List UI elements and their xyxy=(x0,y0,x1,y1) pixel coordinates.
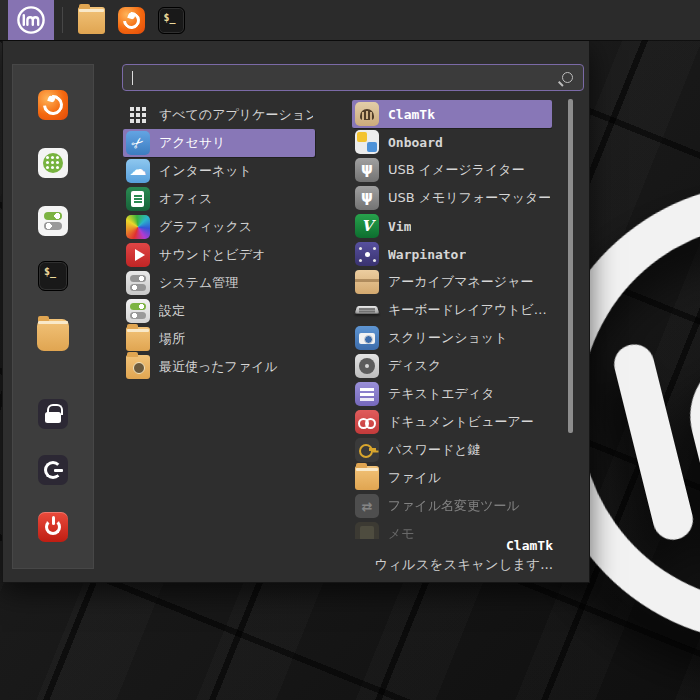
docviewer-icon xyxy=(355,410,379,434)
toggles-green-icon xyxy=(126,299,150,323)
sidebar-item-settings[interactable] xyxy=(38,206,68,240)
search-box[interactable] xyxy=(122,64,584,91)
selected-app-title: ClamTk xyxy=(374,538,553,553)
folder-icon xyxy=(126,327,150,351)
app-archive-manager[interactable]: アーカイブマネージャー xyxy=(352,268,552,296)
mint-menu-window: すべてのアプリケーション アクセサリ インターネット オフィス グラフィックス … xyxy=(2,40,590,583)
category-internet[interactable]: インターネット xyxy=(123,157,315,185)
logout-icon xyxy=(38,455,68,485)
category-sound-video[interactable]: サウンドとビデオ xyxy=(123,241,315,269)
sidebar-item-software-manager[interactable] xyxy=(38,148,68,182)
category-all-applications[interactable]: すべてのアプリケーション xyxy=(123,101,315,129)
renamer-icon xyxy=(355,494,379,518)
app-clamtk[interactable]: ClamTk xyxy=(352,100,552,128)
text-editor-icon xyxy=(355,382,379,406)
category-recent-files[interactable]: 最近使ったファイル xyxy=(123,353,315,381)
app-onboard[interactable]: Onboard xyxy=(352,128,552,156)
app-notes[interactable]: メモ xyxy=(352,520,552,539)
onboard-icon xyxy=(355,130,379,154)
sidebar-item-logout[interactable] xyxy=(38,455,68,489)
category-preferences[interactable]: 設定 xyxy=(123,297,315,325)
apps-grid-icon xyxy=(126,103,150,127)
play-icon xyxy=(126,243,150,267)
folder-icon xyxy=(78,7,105,34)
archive-icon xyxy=(355,270,379,294)
clamtk-icon xyxy=(355,102,379,126)
app-text-editor[interactable]: テキストエディタ xyxy=(352,380,552,408)
keyboard-icon xyxy=(355,298,379,322)
notes-icon xyxy=(355,522,379,539)
scissors-icon xyxy=(126,131,150,155)
panel-launcher-files[interactable] xyxy=(74,3,108,37)
category-accessories[interactable]: アクセサリ xyxy=(123,129,315,157)
panel-launcher-firefox[interactable] xyxy=(114,3,148,37)
disks-icon xyxy=(355,354,379,378)
screenshot-icon xyxy=(355,326,379,350)
category-office[interactable]: オフィス xyxy=(123,185,315,213)
warpinator-icon xyxy=(355,242,379,266)
toggles-gray-icon xyxy=(126,271,150,295)
sidebar-item-terminal[interactable] xyxy=(38,261,68,295)
folder-icon xyxy=(37,319,69,351)
selected-app-info: ClamTk ウィルスをスキャンします... xyxy=(374,538,553,574)
cloud-icon xyxy=(126,159,150,183)
app-screenshot[interactable]: スクリーンショット xyxy=(352,324,552,352)
app-usb-image-writer[interactable]: USB イメージライター xyxy=(352,156,552,184)
mint-logo-icon xyxy=(16,5,46,35)
rainbow-icon xyxy=(126,215,150,239)
settings-toggles-icon xyxy=(38,206,68,236)
app-keyboard-layout-viewer[interactable]: キーボードレイアウトビ… xyxy=(352,296,552,324)
lock-icon xyxy=(38,399,68,429)
shutdown-icon xyxy=(38,512,68,542)
sidebar-item-shutdown[interactable] xyxy=(38,512,68,546)
top-panel xyxy=(0,0,700,40)
search-icon xyxy=(562,72,573,83)
terminal-icon xyxy=(158,7,185,34)
app-list-scrollbar[interactable] xyxy=(568,99,573,579)
firefox-icon xyxy=(38,90,68,120)
keys-icon xyxy=(355,438,379,462)
folder-icon xyxy=(355,466,379,490)
app-warpinator[interactable]: Warpinator xyxy=(352,240,552,268)
app-file-renamer[interactable]: ファイル名変更ツール xyxy=(352,492,552,520)
menu-button[interactable] xyxy=(8,0,54,40)
firefox-icon xyxy=(118,7,145,34)
category-list: すべてのアプリケーション アクセサリ インターネット オフィス グラフィックス … xyxy=(123,101,315,381)
sidebar-item-lock-screen[interactable] xyxy=(38,399,68,433)
sidebar-item-files[interactable] xyxy=(37,319,69,355)
selected-app-description: ウィルスをスキャンします... xyxy=(374,556,553,574)
panel-launcher-terminal[interactable] xyxy=(154,3,188,37)
app-vim[interactable]: Vim xyxy=(352,212,552,240)
software-manager-icon xyxy=(38,148,68,178)
app-document-viewer[interactable]: ドキュメントビューアー xyxy=(352,408,552,436)
office-doc-icon xyxy=(126,187,150,211)
category-places[interactable]: 場所 xyxy=(123,325,315,353)
category-graphics[interactable]: グラフィックス xyxy=(123,213,315,241)
app-passwords-keys[interactable]: パスワードと鍵 xyxy=(352,436,552,464)
usb-icon xyxy=(355,186,379,210)
terminal-icon xyxy=(38,261,68,291)
usb-icon xyxy=(355,158,379,182)
app-usb-stick-formatter[interactable]: USB メモリフォーマッター xyxy=(352,184,552,212)
scrollbar-thumb[interactable] xyxy=(568,99,573,433)
application-list: ClamTk Onboard USB イメージライター USB メモリフォーマッ… xyxy=(352,100,552,539)
app-disks[interactable]: ディスク xyxy=(352,352,552,380)
app-files[interactable]: ファイル xyxy=(352,464,552,492)
panel-separator xyxy=(62,7,63,33)
sidebar-item-firefox[interactable] xyxy=(38,90,68,124)
favorites-sidebar xyxy=(12,64,94,569)
search-input[interactable] xyxy=(131,70,562,85)
category-administration[interactable]: システム管理 xyxy=(123,269,315,297)
folder-recent-icon xyxy=(126,355,150,379)
vim-icon xyxy=(355,214,379,238)
